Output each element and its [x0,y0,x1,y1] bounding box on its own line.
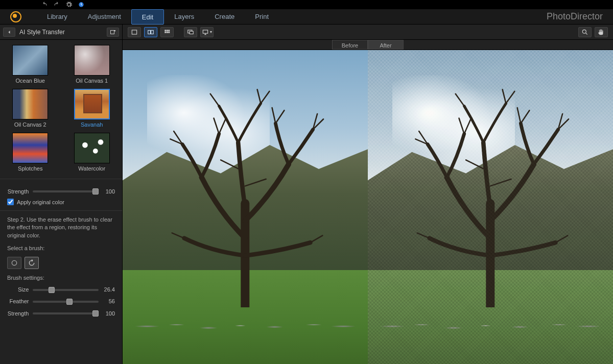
svg-rect-9 [164,31,166,33]
svg-rect-3 [132,30,136,34]
feather-slider[interactable] [33,301,99,303]
redo-icon[interactable] [53,1,60,8]
style-thumb [74,89,110,119]
svg-rect-4 [148,30,151,34]
tab-print[interactable]: Print [245,9,279,25]
style-savanah[interactable]: Savanah [66,89,119,128]
svg-rect-6 [164,30,166,31]
svg-point-2 [12,260,16,265]
brush-settings-label: Brush settings: [7,274,115,282]
gear-icon[interactable] [65,1,73,8]
style-label: Oil Canvas 2 [14,122,46,128]
style-label: Oil Canvas 1 [76,78,108,84]
notification-icon[interactable] [78,1,85,8]
size-value: 26.4 [103,286,115,294]
brush-restore-button[interactable] [25,257,39,269]
view-grid-button[interactable] [160,27,174,37]
style-controls: Strength 100 Apply original color [0,179,122,210]
apply-original-color-checkbox[interactable] [7,199,14,205]
app-logo-icon [10,11,21,22]
style-watercolor[interactable]: Watercolor [66,133,119,172]
before-pane [123,50,368,364]
strength-slider[interactable] [33,190,99,192]
svg-rect-10 [167,31,168,33]
undo-icon[interactable] [41,1,48,8]
style-grid: Ocean Blue Oil Canvas 1 Oil Canvas 2 Sav… [0,40,122,177]
strength-value: 100 [103,188,115,195]
style-thumb [12,133,48,163]
before-label[interactable]: Before [332,40,368,50]
select-brush-label: Select a brush: [7,245,115,252]
apply-original-color-row[interactable]: Apply original color [7,199,115,205]
canvas-area: ▾ Before After [123,25,613,364]
tab-edit[interactable]: Edit [131,9,164,25]
tree-graphic [157,82,334,308]
svg-rect-5 [151,30,154,34]
svg-rect-11 [168,31,170,33]
step2-section: Step 2. Use the erase effect brush to cl… [0,210,122,327]
style-label: Splotches [18,165,42,172]
app-brand: PhotoDirector [547,11,603,22]
apply-original-color-label: Apply original color [17,199,64,205]
svg-rect-8 [168,30,170,31]
view-single-button[interactable] [128,27,141,37]
size-slider[interactable] [33,289,99,291]
style-thumb [74,45,110,76]
zoom-tool-button[interactable] [578,27,592,37]
pan-tool-button[interactable] [595,27,608,37]
system-titlebar [0,0,613,9]
secondary-monitor-button[interactable] [184,27,197,37]
export-panel-button[interactable] [107,28,119,37]
style-splotches[interactable]: Splotches [4,133,57,172]
style-label: Watercolor [78,165,105,172]
panel-header: AI Style Transfer [0,25,122,40]
brush-strength-value: 100 [103,310,115,318]
brush-erase-button[interactable] [7,257,21,269]
strength-label: Strength [7,188,29,195]
display-dropdown-button[interactable]: ▾ [200,27,214,37]
panel-title: AI Style Transfer [19,29,103,36]
style-label: Ocean Blue [16,78,45,84]
style-label: Savanah [81,122,103,128]
tab-create[interactable]: Create [204,9,245,25]
svg-point-15 [582,30,586,33]
back-button[interactable] [3,28,15,37]
after-label[interactable]: After [368,40,404,50]
view-compare-button[interactable] [144,27,157,37]
main-tab-bar: Library Adjustment Edit Layers Create Pr… [0,9,613,25]
style-ocean-blue[interactable]: Ocean Blue [4,45,57,84]
after-pane [368,50,613,364]
canvas-toolbar: ▾ [123,25,613,40]
svg-rect-14 [203,30,207,33]
viewport[interactable] [123,50,613,364]
left-panel: AI Style Transfer Ocean Blue Oil Canvas … [0,25,123,364]
svg-rect-7 [167,30,168,31]
feather-value: 56 [103,298,115,305]
style-oil-canvas-1[interactable]: Oil Canvas 1 [66,45,119,84]
style-thumb [12,45,48,76]
size-label: Size [7,286,29,294]
tab-adjustment[interactable]: Adjustment [78,9,131,25]
style-thumb [12,89,48,119]
tab-library[interactable]: Library [37,9,78,25]
brush-strength-label: Strength [7,310,29,318]
brush-strength-slider[interactable] [33,312,99,314]
tab-layers[interactable]: Layers [164,9,204,25]
svg-rect-1 [111,30,114,34]
step2-text: Step 2. Use the erase effect brush to cl… [7,216,115,239]
style-oil-canvas-2[interactable]: Oil Canvas 2 [4,89,57,128]
style-thumb [74,133,110,163]
feather-label: Feather [7,298,29,305]
svg-rect-13 [190,31,193,34]
compare-labels: Before After [123,40,613,50]
